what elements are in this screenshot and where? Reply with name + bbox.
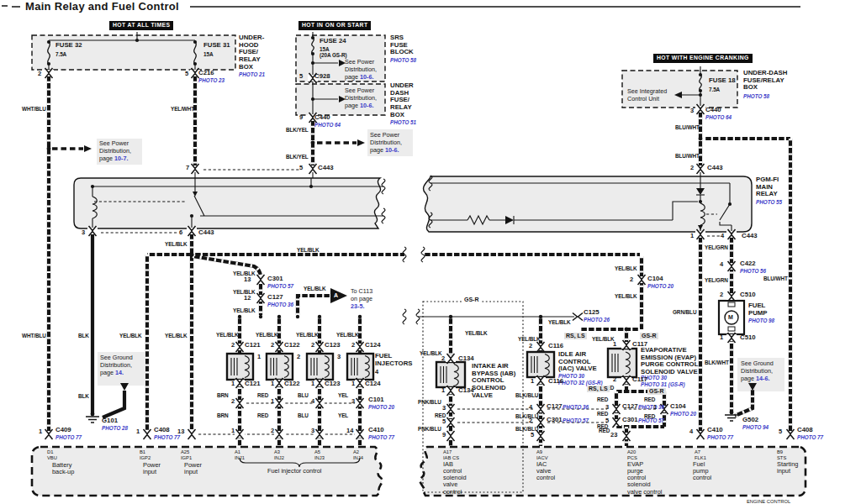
pin-1-c121: 1: [231, 381, 235, 387]
wire-yelblk-iab1: YEL/BLK: [465, 330, 488, 336]
ecm-caption: ENGINE CONTROL: [747, 499, 790, 504]
wire-grnblu: GRN/BLU: [673, 309, 696, 315]
ecm-b9: B9 STS: [777, 449, 786, 461]
conn-c104-a-photo: PHOTO 20: [647, 283, 673, 289]
pgmfi-relay-photo: PHOTO 55: [756, 199, 782, 205]
ecm-a20-name: EVAP purge control solenoid valve contro…: [627, 461, 663, 496]
pin-13-c410: 13: [177, 428, 184, 435]
wire-blkblu-3: BLK/BLU: [515, 426, 538, 432]
see-ground-1c: page: [100, 370, 114, 376]
underdash-box-photo: PHOTO 51: [390, 119, 416, 125]
ecm-a25: A25 IGP1: [181, 449, 192, 461]
pgmfi-relay-label: PGM-FI MAIN RELAY: [756, 176, 779, 198]
see-icu-2: Control Unit: [627, 96, 659, 102]
underhood-photo: PHOTO 21: [239, 71, 265, 77]
ecm-a3: A3 INJ2: [274, 449, 284, 461]
iac-photo-2: PHOTO 32 (GS-R): [558, 380, 603, 386]
wire-whtblu-1: WHT/BLU: [22, 106, 46, 112]
conn-c123-bot: C123: [325, 381, 341, 388]
fuse18-name: FUSE 18: [709, 77, 736, 85]
pin-2-c123: 2: [311, 342, 314, 349]
see-ground-2b: Distribution,: [741, 368, 773, 375]
wire-yelblk-inj4: YEL/BLK: [336, 332, 359, 338]
conn-c124-top: C124: [365, 342, 381, 349]
wire-yelblk-7: YEL/BLK: [165, 333, 188, 339]
pin-2-c410: 2: [271, 428, 274, 434]
conn-c408-a: C408: [154, 427, 170, 434]
wire-pnkblu-1: PNK/BLU: [418, 399, 441, 405]
conn-c117-bot: C117: [632, 376, 647, 384]
conn-c443-b: C443: [707, 165, 723, 172]
conn-c510-top: C510: [740, 291, 756, 299]
wire-blk-2: BLK: [78, 393, 89, 399]
to-c113-1: To C113: [351, 288, 372, 295]
conn-c928: C928: [314, 73, 330, 81]
pin-1-c123: 1: [311, 381, 314, 387]
conn-c104-a: C104: [647, 276, 663, 283]
conn-c127-a: C127: [267, 294, 283, 302]
wire-yelblk-iab2: YEL/BLK: [420, 350, 442, 356]
see-ground-2a: See Ground: [741, 360, 774, 367]
see-power-2a: See Power: [345, 59, 374, 66]
wire-yelgrn-2: YEL/GRN: [705, 277, 728, 283]
pin-1-c408: 1: [136, 428, 140, 435]
see-ground-2-page: 14-6.: [756, 375, 769, 382]
ground-g101: G101: [102, 417, 118, 425]
conn-c410: C410: [368, 427, 384, 434]
wire-yel-2: YEL: [338, 412, 348, 418]
wire-red-evap1: RED: [597, 396, 608, 402]
pin-1-c117: 1: [613, 341, 616, 348]
conn-c422: C422: [740, 260, 756, 268]
conn-c127-b-photo: PHOTO 36: [563, 404, 589, 410]
ground-g101-photo: PHOTO 28: [102, 425, 128, 431]
ecm-a7-name: Fuel pump control: [693, 461, 711, 481]
rs-ls-label-2: RS, LS: [587, 386, 610, 392]
pin-23-evap: 23: [610, 432, 617, 438]
pin-1-c122: 1: [271, 381, 274, 387]
see-power-2b: Distribution,: [345, 66, 377, 73]
pin-2-fuse32: 2: [38, 71, 41, 77]
ecm-b1-name: Power input: [143, 462, 161, 475]
wire-red-2: RED: [257, 412, 268, 418]
pin-5-iab: 5: [442, 418, 446, 425]
conn-c408-b-photo: PHOTO 77: [797, 434, 823, 440]
ground-g502: G502: [742, 417, 758, 424]
pin-2-c301: 2: [529, 417, 532, 424]
pin-1-c104: 1: [653, 404, 657, 411]
see-power-1a: See Power: [99, 140, 129, 147]
wire-blkwht: BLK/WHT: [705, 360, 729, 365]
conn-c443-a: C443: [318, 165, 334, 172]
wire-yelwht: YEL/WHT: [171, 106, 194, 112]
see-power-1b: Distribution,: [99, 148, 131, 155]
pin-2-c443: 2: [690, 165, 694, 171]
ecm-d1: D1 VBU: [47, 449, 57, 461]
ecm-a9: A9 IACV: [536, 449, 548, 461]
conn-c124-bot: C124: [365, 381, 381, 388]
wire-bluwht-1: BLU/WHT: [675, 124, 700, 130]
see-power-4b: Distribution,: [370, 139, 402, 146]
injector2-num: 2: [297, 354, 300, 360]
wire-yelblk-inj1: YEL/BLK: [216, 332, 239, 338]
pin-1-c510: 1: [720, 334, 723, 341]
conn-c134-bot: C134: [458, 387, 474, 395]
gsr-label-3: GS-R: [647, 388, 666, 395]
pin-1-c124: 1: [351, 381, 355, 387]
srs-box-photo: PHOTO 58: [390, 57, 416, 63]
pin-1-c134: 1: [441, 387, 445, 394]
underdash2-box-label: UNDER-DASH FUSE/RELAY BOX: [743, 70, 787, 92]
wire-blk-1: BLK: [78, 333, 89, 339]
ecm-a20: A20 PCS: [627, 449, 637, 461]
see-ground-2c: page: [741, 375, 754, 382]
wire-yelblk-4: YEL/BLK: [233, 307, 256, 313]
wire-yelblk-c104a: YEL/BLK: [615, 265, 637, 271]
wire-pnkblu-2: PNK/BLU: [418, 426, 441, 432]
pin-5-c443-top: 5: [299, 165, 303, 171]
conn-c510-bot: C510: [740, 334, 756, 342]
wire-red-1: RED: [257, 392, 268, 398]
wire-brn-2: BRN: [217, 412, 229, 418]
conn-c301-a: C301: [267, 276, 283, 283]
pin-2-c117: 2: [613, 376, 616, 383]
conn-c301-c: C301: [622, 417, 638, 424]
pin-2-c134: 2: [441, 355, 445, 362]
wire-yelblk-evap: YEL/BLK: [592, 336, 615, 342]
